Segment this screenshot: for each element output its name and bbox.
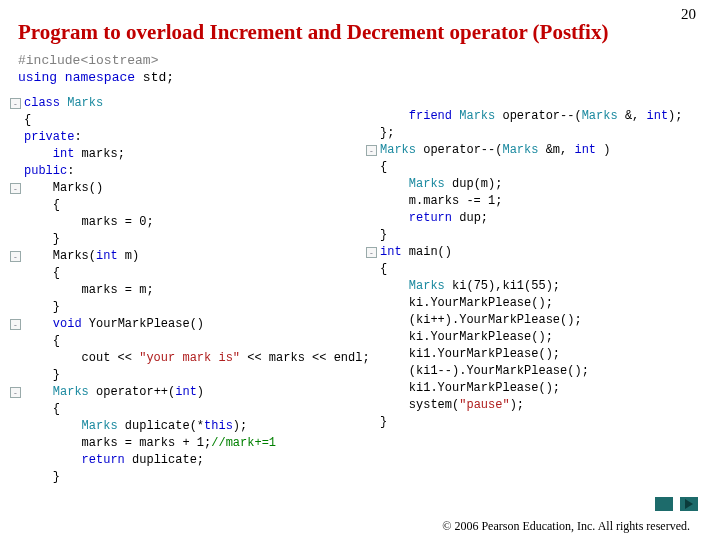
preamble-code: #include<iostream> using namespace std; <box>18 52 174 86</box>
fold-icon: - <box>10 183 21 194</box>
fold-icon: - <box>10 251 21 262</box>
code-right-column: friend Marks operator--(Marks &, int); }… <box>380 108 710 431</box>
nav-prev-icon[interactable] <box>655 497 673 511</box>
nav-buttons <box>651 497 698 514</box>
include-directive: #include <box>18 53 80 68</box>
code-left-column: -class Marks { private: int marks; publi… <box>24 95 364 486</box>
fold-icon: - <box>366 145 377 156</box>
fold-icon: - <box>10 98 21 109</box>
fold-icon: - <box>10 319 21 330</box>
fold-icon: - <box>10 387 21 398</box>
fold-icon: - <box>366 247 377 258</box>
page-number: 20 <box>681 6 696 23</box>
nav-next-icon[interactable] <box>680 497 698 511</box>
copyright-text: © 2006 Pearson Education, Inc. All right… <box>442 519 690 534</box>
slide-title: Program to overload Increment and Decrem… <box>18 20 608 45</box>
